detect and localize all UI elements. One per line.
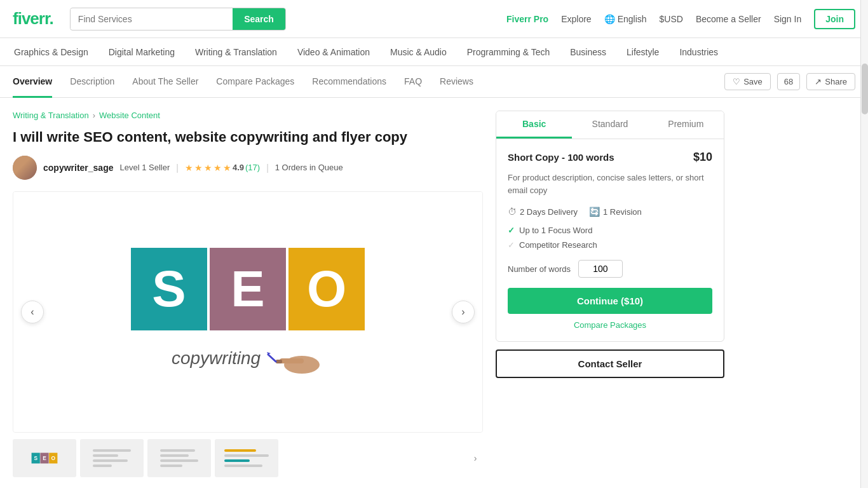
star-2: ★ bbox=[194, 163, 203, 173]
seller-name[interactable]: copywriter_sage bbox=[43, 163, 114, 173]
sign-in-link[interactable]: Sign In bbox=[774, 14, 802, 24]
continue-button[interactable]: Continue ($10) bbox=[508, 288, 712, 314]
become-seller-link[interactable]: Become a Seller bbox=[696, 14, 761, 24]
heart-icon: ♡ bbox=[733, 77, 740, 86]
check-inactive-icon: ✓ bbox=[508, 240, 515, 250]
seo-o-block: O bbox=[288, 248, 365, 330]
fiverr-pro-link[interactable]: Fiverr Pro bbox=[506, 14, 548, 24]
cat-digital-marketing[interactable]: Digital Marketing bbox=[107, 47, 176, 57]
package-body: Short Copy - 100 words $10 For product d… bbox=[496, 139, 724, 341]
scrollbar bbox=[860, 0, 868, 488]
thumb-2[interactable] bbox=[80, 439, 144, 477]
svg-line-3 bbox=[268, 355, 276, 362]
package-header: Short Copy - 100 words $10 bbox=[508, 151, 712, 164]
rating-number: 4.9 bbox=[233, 163, 244, 172]
tab-reviews[interactable]: Reviews bbox=[440, 67, 473, 98]
package-name: Short Copy - 100 words bbox=[508, 152, 614, 163]
refresh-icon: 🔄 bbox=[589, 207, 600, 217]
cat-industries[interactable]: Industries bbox=[678, 47, 719, 57]
language-selector[interactable]: 🌐 English bbox=[604, 14, 647, 24]
cat-graphics-design[interactable]: Graphics & Design bbox=[13, 47, 90, 57]
breadcrumb-parent[interactable]: Writing & Translation bbox=[13, 111, 89, 120]
top-nav: fiverr. Search Fiverr Pro Explore 🌐 Engl… bbox=[0, 0, 868, 38]
tab-description[interactable]: Description bbox=[70, 67, 114, 98]
logo[interactable]: fiverr. bbox=[13, 9, 53, 29]
star-1: ★ bbox=[185, 163, 193, 173]
thumbnail-row: S E O bbox=[13, 439, 483, 477]
currency-selector[interactable]: $USD bbox=[660, 14, 683, 24]
breadcrumb-sep: › bbox=[93, 111, 95, 120]
share-button[interactable]: ↗ Share bbox=[806, 73, 855, 90]
pkg-tab-standard[interactable]: Standard bbox=[572, 111, 648, 139]
tab-recommendations[interactable]: Recommendations bbox=[312, 67, 386, 98]
gig-main-image: S E O copywriting bbox=[13, 192, 482, 432]
star-rating: ★ ★ ★ ★ ★ 4.9 (17) bbox=[185, 163, 260, 173]
star-3: ★ bbox=[204, 163, 212, 173]
gig-title: I will write SEO content, website copywr… bbox=[13, 128, 483, 147]
save-button[interactable]: ♡ Save bbox=[724, 73, 771, 90]
star-4: ★ bbox=[214, 163, 222, 173]
page-tabs: Overview Description About The Seller Co… bbox=[0, 66, 868, 98]
explore-link[interactable]: Explore bbox=[561, 14, 591, 24]
nav-right: Fiverr Pro Explore 🌐 English $USD Become… bbox=[506, 9, 855, 29]
save-count: 68 bbox=[777, 73, 800, 90]
cat-music-audio[interactable]: Music & Audio bbox=[389, 47, 448, 57]
cat-business[interactable]: Business bbox=[569, 47, 607, 57]
contact-seller-button[interactable]: Contact Seller bbox=[496, 349, 724, 378]
cat-programming-tech[interactable]: Programming & Tech bbox=[466, 47, 551, 57]
seller-level: Level 1 Seller bbox=[120, 163, 170, 172]
globe-icon: 🌐 bbox=[604, 14, 615, 24]
review-count[interactable]: (17) bbox=[245, 163, 260, 172]
share-icon: ↗ bbox=[815, 77, 822, 86]
package-meta: ⏱ 2 Days Delivery 🔄 1 Revision bbox=[508, 207, 712, 217]
seo-blocks: S E O bbox=[131, 248, 365, 330]
queue-count: 1 Orders in Queue bbox=[275, 163, 343, 172]
revision-meta: 🔄 1 Revision bbox=[589, 207, 642, 217]
seo-e-block: E bbox=[210, 248, 286, 330]
right-column: Basic Standard Premium Short Copy - 100 … bbox=[496, 111, 724, 477]
svg-rect-1 bbox=[280, 358, 304, 363]
cat-video-animation[interactable]: Video & Animation bbox=[296, 47, 371, 57]
compare-packages-link[interactable]: Compare Packages bbox=[508, 320, 712, 330]
feature-focus-word: ✓ Up to 1 Focus Word bbox=[508, 226, 712, 235]
clock-icon: ⏱ bbox=[508, 207, 517, 217]
thumb-1[interactable]: S E O bbox=[13, 439, 76, 477]
tab-about-seller[interactable]: About The Seller bbox=[132, 67, 198, 98]
avatar-image bbox=[13, 156, 37, 180]
pkg-tab-basic[interactable]: Basic bbox=[496, 111, 572, 139]
seller-info: copywriter_sage Level 1 Seller | ★ ★ ★ ★… bbox=[13, 156, 483, 180]
main-content: Writing & Translation › Website Content … bbox=[0, 98, 868, 488]
package-price: $10 bbox=[693, 151, 712, 164]
cat-writing-translation[interactable]: Writing & Translation bbox=[194, 47, 278, 57]
thumb-next-button[interactable]: › bbox=[468, 451, 483, 466]
features-list: ✓ Up to 1 Focus Word ✓ Competitor Resear… bbox=[508, 226, 712, 250]
thumb-seo-mini: S E O bbox=[32, 452, 58, 463]
thumb-4[interactable] bbox=[215, 439, 278, 477]
thumb-3[interactable] bbox=[147, 439, 211, 477]
scrollbar-thumb[interactable] bbox=[862, 64, 868, 114]
left-column: Writing & Translation › Website Content … bbox=[13, 111, 483, 477]
pkg-tab-premium[interactable]: Premium bbox=[648, 111, 724, 139]
search-button[interactable]: Search bbox=[233, 8, 285, 30]
breadcrumb-child[interactable]: Website Content bbox=[99, 111, 160, 120]
category-nav: Graphics & Design Digital Marketing Writ… bbox=[0, 38, 868, 66]
tab-overview[interactable]: Overview bbox=[13, 67, 52, 98]
package-description: For product description, concise sales l… bbox=[508, 172, 712, 196]
words-row: Number of words bbox=[508, 260, 712, 278]
join-button[interactable]: Join bbox=[814, 9, 855, 29]
image-next-button[interactable]: › bbox=[452, 301, 475, 323]
image-prev-button[interactable]: ‹ bbox=[21, 301, 44, 323]
package-tabs: Basic Standard Premium bbox=[496, 111, 724, 139]
seo-s-block: S bbox=[131, 248, 207, 330]
words-input[interactable] bbox=[578, 260, 623, 278]
tab-actions: ♡ Save 68 ↗ Share bbox=[724, 73, 855, 90]
package-card: Basic Standard Premium Short Copy - 100 … bbox=[496, 111, 724, 342]
tab-faq[interactable]: FAQ bbox=[404, 67, 422, 98]
breadcrumb: Writing & Translation › Website Content bbox=[13, 111, 483, 120]
tab-compare-packages[interactable]: Compare Packages bbox=[216, 67, 294, 98]
cat-lifestyle[interactable]: Lifestyle bbox=[625, 47, 660, 57]
hand-pen-icon bbox=[267, 341, 324, 376]
check-active-icon: ✓ bbox=[508, 226, 515, 235]
copywriting-area: copywriting bbox=[172, 341, 324, 376]
search-input[interactable] bbox=[71, 9, 233, 29]
